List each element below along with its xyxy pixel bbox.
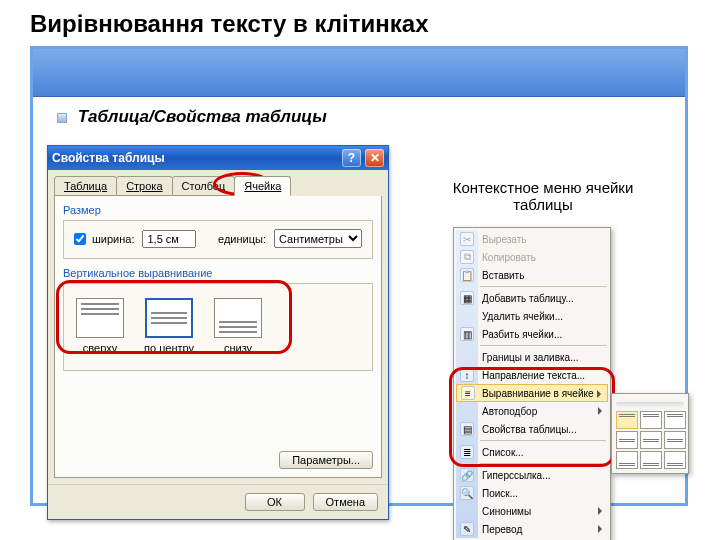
mi-paste[interactable]: 📋Вставить [456, 266, 608, 284]
mi-list[interactable]: ≣Список... [456, 443, 608, 461]
align-top-center[interactable] [640, 411, 662, 429]
direction-icon: ↕ [460, 368, 474, 382]
width-checkbox[interactable] [74, 233, 86, 245]
dialog-titlebar[interactable]: Свойства таблицы ? ✕ [48, 146, 388, 170]
align-mid-right[interactable] [664, 431, 686, 449]
copy-icon: ⧉ [460, 250, 474, 264]
close-button[interactable]: ✕ [365, 149, 384, 167]
subtitle: Таблица/Свойства таблицы [57, 107, 685, 127]
valign-center-label: по центру [144, 342, 194, 354]
align-bot-left[interactable] [616, 451, 638, 469]
presentation-frame: Таблица/Свойства таблицы Свойства таблиц… [30, 46, 688, 506]
separator [480, 345, 606, 346]
tab-column[interactable]: Столбец [172, 176, 236, 196]
mi-find[interactable]: 🔍Поиск... [456, 484, 608, 502]
align-bot-right[interactable] [664, 451, 686, 469]
ok-button[interactable]: ОК [245, 493, 305, 511]
tab-pane-cell: Размер ширина: единицы: Сантиметры Верти… [54, 196, 382, 478]
mi-split-cells[interactable]: ▥Разбить ячейки... [456, 325, 608, 343]
mi-text-direction[interactable]: ↕Направление текста... [456, 366, 608, 384]
width-input[interactable] [142, 230, 196, 248]
mi-cut[interactable]: ✂Вырезать [456, 230, 608, 248]
context-menu: ✂Вырезать ⧉Копировать 📋Вставить ▦Добавит… [453, 227, 611, 540]
table-properties-dialog: Свойства таблицы ? ✕ Таблица Строка Стол… [47, 145, 389, 520]
mi-table-props[interactable]: ▤Свойства таблицы... [456, 420, 608, 438]
mi-hyperlink[interactable]: 🔗Гиперссылка... [456, 466, 608, 484]
subtitle-text: Таблица/Свойства таблицы [78, 107, 327, 126]
size-group-label: Размер [63, 204, 373, 216]
mi-copy[interactable]: ⧉Копировать [456, 248, 608, 266]
valign-bottom-icon [214, 298, 262, 338]
chevron-right-icon [598, 407, 602, 415]
cancel-button[interactable]: Отмена [313, 493, 378, 511]
valign-bottom-label: снизу [214, 342, 262, 354]
alignment-flyout [611, 393, 689, 474]
flyout-grip[interactable] [616, 402, 684, 407]
units-label: единицы: [218, 233, 266, 245]
separator [480, 440, 606, 441]
alignment-grid [616, 411, 684, 469]
valign-group: сверху по центру снизу [63, 283, 373, 371]
valign-center-icon [145, 298, 193, 338]
paste-icon: 📋 [460, 268, 474, 282]
split-icon: ▥ [460, 327, 474, 341]
mi-insert-table[interactable]: ▦Добавить таблицу... [456, 289, 608, 307]
width-label: ширина: [92, 233, 134, 245]
align-top-right[interactable] [664, 411, 686, 429]
valign-bottom-option[interactable]: снизу [214, 298, 262, 354]
valign-top-label: сверху [76, 342, 124, 354]
mi-translate[interactable]: ✎Перевод [456, 520, 608, 538]
align-icon: ≡ [461, 386, 475, 400]
size-group: ширина: единицы: Сантиметры [63, 220, 373, 259]
chevron-right-icon [598, 507, 602, 515]
list-icon: ≣ [460, 445, 474, 459]
tab-row[interactable]: Строка [116, 176, 172, 196]
separator [480, 286, 606, 287]
dialog-footer: ОК Отмена [48, 484, 388, 519]
valign-center-option[interactable]: по центру [144, 298, 194, 354]
page-title: Вирівнювання тексту в клітинках [30, 10, 690, 38]
mi-autofit[interactable]: Автоподбор [456, 402, 608, 420]
mi-delete-cells[interactable]: Удалить ячейки... [456, 307, 608, 325]
ribbon-area [33, 49, 685, 97]
valign-group-label: Вертикальное выравнивание [63, 267, 373, 279]
mi-synonyms[interactable]: Синонимы [456, 502, 608, 520]
align-mid-center[interactable] [640, 431, 662, 449]
align-top-left[interactable] [616, 411, 638, 429]
valign-top-option[interactable]: сверху [76, 298, 124, 354]
cut-icon: ✂ [460, 232, 474, 246]
separator [480, 463, 606, 464]
translate-icon: ✎ [460, 522, 474, 536]
chevron-right-icon [597, 390, 601, 398]
chevron-right-icon [598, 525, 602, 533]
units-select[interactable]: Сантиметры [274, 229, 362, 248]
mi-cell-alignment[interactable]: ≡Выравнивание в ячейке [456, 384, 608, 402]
dialog-title: Свойства таблицы [52, 151, 338, 165]
tab-cell[interactable]: Ячейка [234, 176, 291, 196]
properties-icon: ▤ [460, 422, 474, 436]
tab-table[interactable]: Таблица [54, 176, 117, 196]
params-button[interactable]: Параметры... [279, 451, 373, 469]
valign-top-icon [76, 298, 124, 338]
mi-borders[interactable]: Границы и заливка... [456, 348, 608, 366]
bullet-icon [57, 113, 67, 123]
help-button[interactable]: ? [342, 149, 361, 167]
search-icon: 🔍 [460, 486, 474, 500]
align-mid-left[interactable] [616, 431, 638, 449]
link-icon: 🔗 [460, 468, 474, 482]
dialog-tabs: Таблица Строка Столбец Ячейка [48, 170, 388, 196]
context-caption: Контекстное меню ячейки таблицы [433, 179, 653, 213]
table-icon: ▦ [460, 291, 474, 305]
align-bot-center[interactable] [640, 451, 662, 469]
